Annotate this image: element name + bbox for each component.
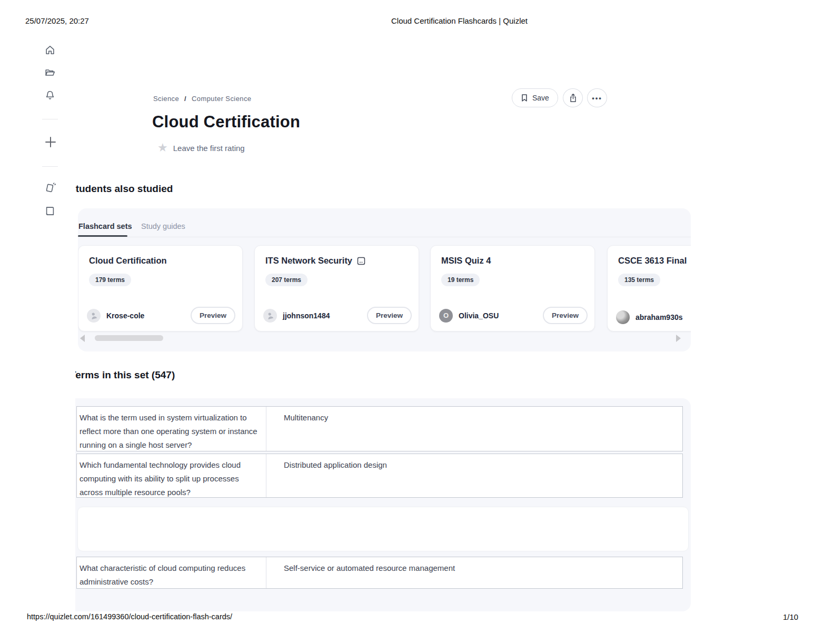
book-icon[interactable]: [44, 205, 57, 218]
preview-button[interactable]: Preview: [191, 307, 235, 324]
term-question: What characteristic of cloud computing r…: [77, 557, 266, 588]
person-icon: [88, 310, 98, 320]
carousel-right-arrow[interactable]: [676, 335, 681, 342]
image-icon: [357, 257, 365, 265]
share-button[interactable]: [563, 88, 583, 107]
set-card[interactable]: ITS Network Security 207 terms jjohnson1…: [254, 245, 419, 331]
term-answer: Self-service or automated resource manag…: [266, 557, 682, 588]
also-studied-heading: Students also studied: [75, 183, 173, 195]
more-button[interactable]: •••: [587, 88, 607, 107]
bookmark-icon: [521, 94, 528, 102]
bell-icon[interactable]: [44, 89, 57, 102]
star-icon: ★: [157, 142, 168, 154]
terms-count-badge: 207 terms: [265, 274, 307, 286]
avatar: O: [439, 309, 453, 323]
page-title: Cloud Certification: [152, 113, 300, 132]
folder-icon[interactable]: [44, 67, 57, 79]
set-card[interactable]: Cloud Certification 179 terms Krose-cole…: [78, 245, 243, 331]
username[interactable]: Olivia_OSU: [459, 311, 499, 320]
also-studied-panel: Flashcard sets Study guides Cloud Certif…: [78, 208, 691, 351]
terms-count-badge: 179 terms: [89, 274, 131, 286]
set-card-title: CSCE 3613 Final: [618, 256, 691, 266]
rail-divider: [42, 166, 58, 167]
terms-count-badge: 19 terms: [441, 274, 480, 286]
set-card[interactable]: MSIS Quiz 4 19 terms O Olivia_OSU Previe…: [430, 245, 595, 331]
tab-study-guides[interactable]: Study guides: [141, 222, 185, 230]
share-icon: [569, 93, 578, 103]
breadcrumb-separator: /: [184, 95, 186, 103]
set-card-title: MSIS Quiz 4: [441, 256, 584, 266]
username[interactable]: jjohnson1484: [283, 311, 330, 320]
set-card[interactable]: CSCE 3613 Final 135 terms abraham930s: [607, 245, 691, 331]
carousel-scrollbar-thumb[interactable]: [95, 335, 163, 341]
breadcrumb-science[interactable]: Science: [153, 95, 179, 103]
breadcrumb: Science / Computer Science: [153, 95, 251, 103]
home-icon[interactable]: [44, 44, 57, 57]
username[interactable]: abraham930s: [636, 313, 683, 321]
tab-flashcard-sets[interactable]: Flashcard sets: [78, 222, 132, 230]
term-question: What is the term used in system virtuali…: [77, 407, 266, 451]
tabs-divider: [78, 237, 691, 237]
term-answer: Distributed application design: [266, 454, 682, 497]
printed-quizlet-page: 25/07/2025, 20:27 Cloud Certification Fl…: [0, 0, 834, 644]
terms-heading: Terms in this set (547): [75, 369, 175, 381]
ad-placeholder: [77, 507, 689, 551]
username[interactable]: Krose-cole: [106, 311, 144, 320]
set-card-title: Cloud Certification: [89, 256, 232, 266]
carousel-left-arrow[interactable]: [80, 335, 85, 342]
set-card-title: ITS Network Security: [265, 256, 408, 266]
main-column: Science / Computer Science Cloud Certifi…: [75, 0, 834, 644]
save-button-label: Save: [532, 94, 549, 102]
plus-icon[interactable]: [43, 135, 58, 149]
term-answer: Multitenancy: [266, 407, 682, 451]
breadcrumb-computer-science[interactable]: Computer Science: [192, 95, 251, 103]
more-icon: •••: [592, 94, 602, 102]
term-row: What is the term used in system virtuali…: [76, 406, 683, 451]
term-row: Which fundamental technology provides cl…: [76, 454, 683, 498]
term-row: What characteristic of cloud computing r…: [76, 557, 683, 589]
avatar: [263, 309, 277, 323]
rail-divider: [42, 119, 58, 119]
rating-label: Leave the first rating: [173, 144, 245, 153]
terms-count-badge: 135 terms: [618, 274, 660, 286]
active-tab-underline: [78, 235, 127, 237]
save-button[interactable]: Save: [512, 88, 558, 107]
flashcards-icon[interactable]: [44, 182, 57, 195]
preview-button[interactable]: Preview: [367, 307, 412, 324]
avatar: [87, 309, 101, 323]
preview-button[interactable]: Preview: [543, 307, 588, 324]
person-icon: [265, 310, 275, 320]
rating-row[interactable]: ★ Leave the first rating: [157, 142, 245, 154]
term-question: Which fundamental technology provides cl…: [77, 454, 266, 497]
avatar: [616, 310, 630, 324]
